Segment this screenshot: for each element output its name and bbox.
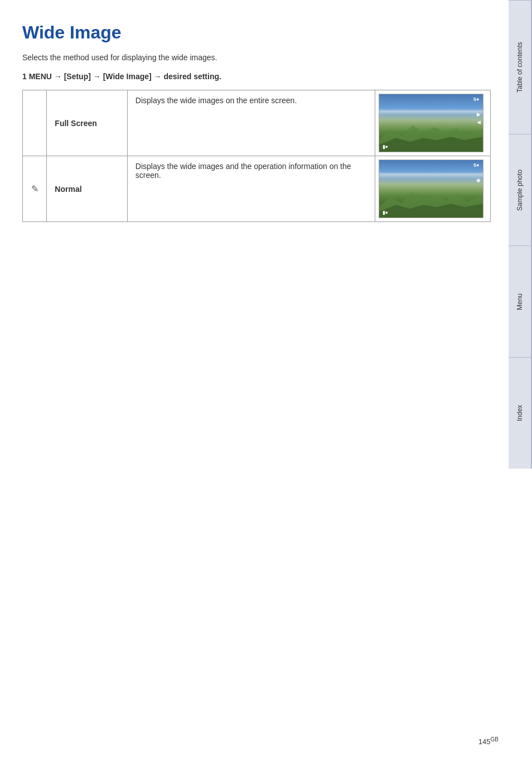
sidebar-item-index[interactable]: Index [509,357,532,469]
row-image-cell: 5● ▶ ◀ ▮● [375,90,490,156]
image-right-icons: ◉ [476,177,481,183]
image-overlay-top: 5● [473,97,479,102]
image-overlay-bottom: ▮● [383,144,388,150]
page-title: Wide Image [22,22,504,43]
row-description: Displays the wide images on the entire s… [127,90,375,156]
row-image-cell: 5● ◉ ▮● [375,156,490,222]
row-description: Displays the wide images and the operati… [127,156,375,222]
checkmark-icon: ✎ [31,184,38,194]
image-overlay-bottom: ▮● [383,210,388,215]
page-container: Wide Image Selects the method used for d… [0,0,532,757]
landscape-image-normal: 5● ◉ ▮● [379,160,483,218]
table-row: ✎ Normal Displays the wide images and th… [23,156,491,222]
row-label: Full Screen [47,90,127,156]
row-icon: ✎ [23,156,47,222]
page-number: 145GB [478,736,499,746]
image-background: 5● ▶ ◀ ▮● [379,94,483,152]
mountain-svg [379,117,483,152]
sidebar-item-sample-photo[interactable]: Sample photo [509,134,532,245]
side-navigation[interactable]: Table of contents Sample photo Menu Inde… [509,0,532,757]
row-icon [23,90,47,156]
image-right-icons: ▶ ◀ [477,112,481,125]
instruction-text: 1 MENU → [Setup] → [Wide Image] → desire… [22,72,504,81]
sidebar-item-menu[interactable]: Menu [509,245,532,357]
settings-table: Full Screen Displays the wide images on … [22,90,491,222]
table-row: Full Screen Displays the wide images on … [23,90,491,156]
page-subtitle: Selects the method used for displaying t… [22,53,504,62]
row-label: Normal [47,156,127,222]
landscape-image-full: 5● ▶ ◀ ▮● [379,94,483,152]
mountain-svg [379,183,483,218]
sidebar-item-table-of-contents[interactable]: Table of contents [509,0,532,134]
image-background: 5● ◉ ▮● [379,160,483,218]
image-overlay-top: 5● [473,162,479,168]
